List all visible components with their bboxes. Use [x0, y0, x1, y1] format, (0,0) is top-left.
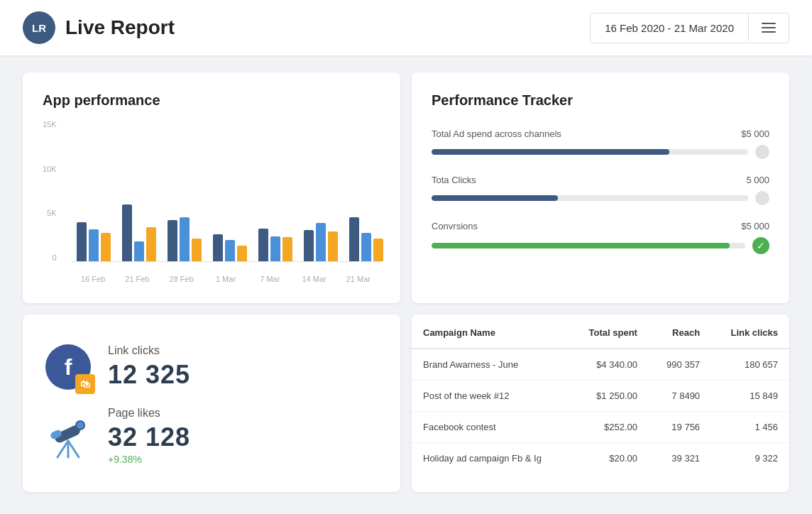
- progress-wrap-2: ✓: [432, 237, 769, 254]
- table-cell-2-reach: 19 756: [649, 412, 711, 443]
- progress-circle-0: [755, 145, 769, 159]
- tracker-row-2: Convrsions $5 000 ✓: [432, 221, 769, 254]
- y-label-2: 5K: [47, 209, 56, 217]
- header-controls: 16 Feb 2020 - 21 Mar 2020: [590, 13, 789, 43]
- table-cell-2-spent: $252.00: [569, 412, 649, 443]
- chart-group-4: [253, 229, 298, 261]
- table-cell-1-name: Post of the week #12: [412, 381, 569, 412]
- menu-button[interactable]: [748, 14, 789, 41]
- tracker-label-0: Total Ad spend across channels: [432, 128, 561, 139]
- bar-2-1: [180, 217, 190, 261]
- header: LR Live Report 16 Feb 2020 - 21 Mar 2020: [0, 0, 812, 55]
- progress-wrap-1: [432, 191, 769, 205]
- performance-tracker-card: Performance Tracker Total Ad spend acros…: [412, 72, 789, 303]
- date-range[interactable]: 16 Feb 2020 - 21 Mar 2020: [591, 13, 748, 43]
- bar-2-2: [192, 239, 202, 261]
- social-row-likes: Page likes 32 128 +9.38%: [43, 400, 380, 472]
- tracker-value-1: 5 000: [746, 175, 769, 185]
- telescope-icon: [43, 411, 93, 461]
- table-cell-1-reach: 7 8490: [649, 381, 711, 412]
- main-grid: Performance Tracker Total Ad spend acros…: [0, 55, 812, 509]
- chart-group-2: [162, 217, 207, 261]
- progress-fill-1: [432, 195, 558, 201]
- y-label-1: 10K: [43, 165, 57, 173]
- link-clicks-value: 12 325: [108, 360, 190, 390]
- progress-fill-2: [432, 243, 730, 248]
- campaign-table-card: Campaign NameTotal spentReachLink clicks…: [412, 315, 789, 492]
- x-label-1: 21 Feb: [115, 275, 159, 283]
- app-performance-title: App performance: [43, 92, 380, 109]
- table-cell-3-reach: 39 321: [649, 443, 711, 474]
- chart-bars: [71, 120, 380, 262]
- tracker-row-1: Tota Clicks 5 000: [432, 175, 769, 205]
- hamburger-icon: [762, 23, 776, 33]
- progress-bg-1: [432, 195, 748, 201]
- app-performance-chart: 15K10K5K0 16 Feb21 Feb28 Feb1 Mar7 Mar14…: [43, 120, 380, 283]
- bar-5-1: [316, 223, 326, 261]
- chart-group-1: [116, 204, 162, 261]
- bar-1-1: [134, 241, 144, 261]
- x-label-2: 28 Feb: [160, 275, 204, 283]
- bar-0-2: [101, 233, 111, 261]
- social-card: f 🛍 Link clicks 12 325: [23, 315, 400, 492]
- campaign-table: Campaign NameTotal spentReachLink clicks…: [412, 315, 789, 474]
- progress-bg-2: [432, 243, 745, 248]
- bar-3-0: [213, 234, 223, 261]
- table-cell-2-clicks: 1 456: [711, 412, 789, 443]
- page-title: Live Report: [65, 16, 175, 39]
- header-left: LR Live Report: [23, 11, 175, 44]
- table-cell-1-clicks: 15 849: [711, 381, 789, 412]
- x-label-5: 14 Mar: [292, 275, 336, 283]
- table-cell-2-name: Facebook contest: [412, 412, 569, 443]
- tracker-value-2: $5 000: [741, 221, 769, 231]
- bar-0-1: [89, 229, 99, 261]
- telescope-icon-wrap: [43, 410, 94, 461]
- social-row-links: f 🛍 Link clicks 12 325: [43, 334, 380, 400]
- bar-0-0: [77, 222, 87, 261]
- table-cell-0-clicks: 180 657: [711, 349, 789, 381]
- bar-4-1: [270, 236, 280, 261]
- svg-point-5: [76, 421, 84, 430]
- svg-line-2: [68, 441, 79, 457]
- bar-3-1: [225, 240, 235, 261]
- shopping-bag-icon: 🛍: [75, 374, 95, 394]
- x-label-4: 7 Mar: [248, 275, 292, 283]
- bar-1-2: [146, 227, 156, 261]
- x-label-0: 16 Feb: [71, 275, 115, 283]
- y-label-3: 0: [52, 253, 56, 262]
- campaign-header-0: Campaign Name: [412, 315, 569, 349]
- progress-circle-1: [755, 191, 769, 205]
- page-likes-value: 32 128: [108, 422, 190, 452]
- chart-group-3: [207, 234, 253, 261]
- page-likes-change: +9.38%: [108, 454, 190, 465]
- x-label-3: 1 Mar: [204, 275, 248, 283]
- chart-group-0: [71, 222, 116, 261]
- campaign-header-2: Reach: [649, 315, 711, 349]
- bar-2-0: [168, 220, 177, 261]
- tracker-label-2: Convrsions: [432, 221, 478, 231]
- chart-x-labels: 16 Feb21 Feb28 Feb1 Mar7 Mar14 Mar21 Mar: [71, 275, 380, 283]
- bar-3-2: [237, 246, 247, 261]
- link-clicks-label: Link clicks: [108, 344, 190, 357]
- table-cell-0-spent: $4 340.00: [569, 349, 649, 381]
- bar-5-0: [304, 230, 314, 261]
- bar-6-0: [349, 217, 359, 261]
- table-cell-0-reach: 990 357: [649, 349, 711, 381]
- tracker-label-1: Tota Clicks: [432, 175, 476, 185]
- check-icon-2: ✓: [752, 237, 769, 254]
- page-likes-label: Page likes: [108, 407, 190, 420]
- tracker-row-0: Total Ad spend across channels $5 000: [432, 128, 769, 159]
- table-row-2: Facebook contest$252.0019 7561 456: [412, 412, 789, 443]
- tracker-rows: Total Ad spend across channels $5 000 To…: [432, 128, 769, 254]
- svg-line-0: [57, 441, 68, 457]
- table-row-0: Brand Awarness - June$4 340.00990 357180…: [412, 349, 789, 381]
- bar-5-2: [328, 231, 338, 261]
- bar-4-0: [258, 229, 268, 261]
- campaign-header-1: Total spent: [569, 315, 649, 349]
- y-label-0: 15K: [43, 120, 57, 128]
- chart-y-labels: 15K10K5K0: [43, 120, 61, 262]
- facebook-icon: f 🛍: [45, 344, 91, 390]
- table-cell-3-clicks: 9 322: [711, 443, 789, 474]
- avatar: LR: [23, 11, 55, 44]
- table-cell-1-spent: $1 250.00: [569, 381, 649, 412]
